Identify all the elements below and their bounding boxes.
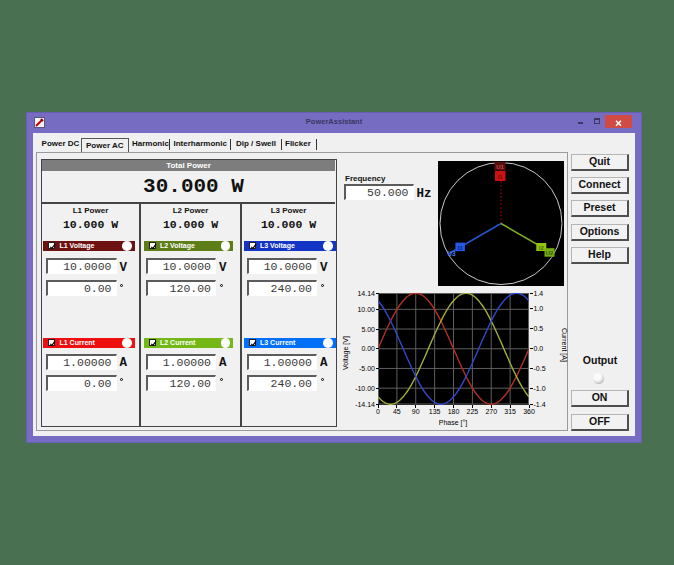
svg-text:I1: I1 (498, 174, 504, 180)
svg-text:I3: I3 (458, 245, 464, 251)
svg-text:U3: U3 (447, 250, 456, 257)
svg-text:U1: U1 (496, 164, 504, 170)
svg-text:I2: I2 (539, 245, 545, 251)
svg-text:U2: U2 (546, 250, 554, 256)
